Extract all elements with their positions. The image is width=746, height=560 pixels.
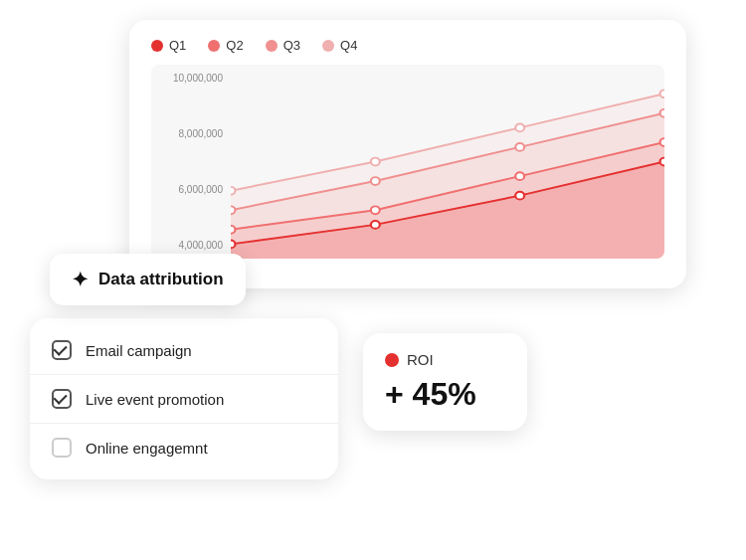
checkbox[interactable]: [52, 438, 72, 458]
chart-card: Q1Q2Q3Q4 10,000,0008,000,0006,000,0004,0…: [129, 20, 686, 288]
chart-dot: [515, 123, 524, 131]
legend-item: Q4: [322, 38, 357, 53]
chart-legend: Q1Q2Q3Q4: [151, 38, 664, 53]
chart-dot: [660, 158, 664, 166]
chart-dot: [515, 192, 524, 200]
checklist-label: Online engagemnt: [86, 440, 208, 457]
chart-dot: [231, 226, 235, 234]
chart-dot: [515, 172, 524, 180]
chart-dot: [371, 221, 380, 229]
chart-svg: [231, 65, 664, 259]
checklist-card: Email campaignLive event promotionOnline…: [30, 318, 338, 479]
roi-value: + 45%: [385, 376, 505, 413]
legend-label: Q2: [226, 38, 243, 53]
chart-dot: [660, 90, 664, 97]
y-axis-labels: 10,000,0008,000,0006,000,0004,000,000: [151, 65, 231, 259]
chart-dot: [660, 138, 664, 146]
legend-label: Q4: [340, 38, 357, 53]
legend-dot: [266, 40, 278, 52]
legend-dot: [151, 40, 163, 52]
legend-dot: [322, 40, 334, 52]
checklist-label: Email campaign: [86, 342, 192, 359]
checklist-item: Live event promotion: [30, 375, 338, 424]
checklist-label: Live event promotion: [86, 391, 224, 408]
legend-label: Q3: [283, 38, 300, 53]
chart-dot: [371, 158, 380, 166]
y-axis-label: 10,000,000: [157, 73, 223, 84]
chart-dot: [231, 240, 235, 248]
scene: Q1Q2Q3Q4 10,000,0008,000,0006,000,0004,0…: [0, 0, 746, 560]
checklist-item: Email campaign: [30, 326, 338, 375]
checklist-item: Online engagemnt: [30, 424, 338, 471]
chart-area: 10,000,0008,000,0006,000,0004,000,000: [151, 65, 664, 259]
roi-card: ROI + 45%: [363, 333, 527, 431]
chart-dot: [231, 206, 235, 214]
checkbox[interactable]: [52, 340, 72, 360]
roi-header: ROI: [385, 351, 505, 368]
legend-item: Q1: [151, 38, 186, 53]
roi-label: ROI: [407, 351, 434, 368]
checkbox[interactable]: [52, 389, 72, 409]
attribution-label: Data attribution: [98, 270, 224, 289]
y-axis-label: 6,000,000: [157, 184, 223, 195]
roi-dot: [385, 353, 399, 367]
chart-dot: [371, 177, 380, 185]
legend-label: Q1: [169, 38, 186, 53]
attribution-badge: ✦ Data attribution: [50, 254, 246, 305]
legend-dot: [208, 40, 220, 52]
y-axis-label: 8,000,000: [157, 128, 223, 139]
chart-dot: [231, 187, 235, 195]
legend-item: Q3: [266, 38, 300, 53]
chart-svg-wrapper: [231, 65, 664, 259]
chart-dot: [515, 143, 524, 151]
chart-dot: [660, 109, 664, 117]
legend-item: Q2: [208, 38, 243, 53]
chart-dot: [371, 206, 380, 214]
y-axis-label: 4,000,000: [157, 240, 223, 251]
attribution-icon: ✦: [72, 268, 89, 291]
